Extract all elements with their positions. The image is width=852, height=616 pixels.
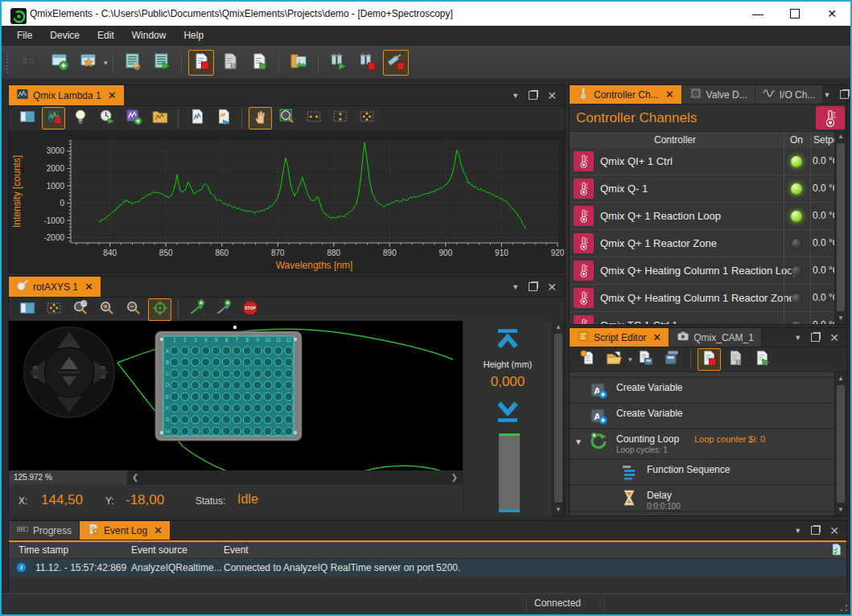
scroll-left-icon[interactable]: ❮ [132,473,138,482]
script-pause-button[interactable] [724,348,747,371]
controller-row[interactable]: Qmix Q+ Heating Column 1 Reactor Zone 0.… [570,285,835,312]
resize-grip[interactable] [840,604,848,612]
joystick-control[interactable] [23,326,115,418]
menu-device[interactable]: Device [41,26,88,46]
script-tab-script-editor[interactable]: Script Editor✕ [570,328,669,347]
connect-plug-button[interactable] [18,50,43,76]
script-start-button[interactable] [246,50,272,76]
script-item-function-sequence[interactable]: Function Sequence [570,460,835,484]
stop-sign-button[interactable]: STOP [238,298,261,321]
dosing-start-button[interactable] [325,50,351,76]
tab-close-icon[interactable]: ✕ [108,89,117,101]
panel-float-icon[interactable] [840,90,849,99]
controller-vscrollbar[interactable]: ▲ ▼ [834,130,846,324]
scroll-thumb[interactable] [554,334,562,503]
zoom-fit-button[interactable] [42,298,65,321]
tab-close-icon[interactable]: ✕ [154,524,163,536]
record-spectrum-button[interactable] [42,107,65,129]
panel-menu-icon[interactable]: ▼ [512,92,519,100]
spectrum-add-button[interactable] [121,107,145,129]
minimize-button[interactable]: — [739,2,776,26]
on-led-indicator[interactable] [791,211,802,222]
menu-edit[interactable]: Edit [88,26,123,46]
toolbar-grip[interactable] [6,52,11,73]
scroll-down-icon[interactable]: ▼ [835,314,846,322]
acquisition-timing-button[interactable] [95,107,118,129]
fit-width-button[interactable] [302,107,325,129]
height-slider[interactable] [499,433,520,512]
autoscroll-icon[interactable] [829,543,843,559]
menu-help[interactable]: Help [175,26,212,46]
panel-close-icon[interactable]: ✕ [547,281,557,294]
script-item-create-variable[interactable]: ACreate Variable [570,378,835,402]
pan-tool-button[interactable] [249,107,272,129]
dropdown-arrow-icon[interactable]: ▾ [628,355,632,363]
controller-row[interactable]: Qmix Q+ Heating Column 1 Reaction Loop 0… [570,257,835,285]
scroll-down-icon[interactable]: ▼ [835,506,846,513]
script-item-create-variable[interactable]: ACreate Variable [570,404,835,428]
controller-tab-controller-ch-[interactable]: Controller Ch...✕ [570,85,682,104]
panel-toggle-button[interactable] [15,107,39,129]
controller-row[interactable]: Qmix QI+ 1 Ctrl 0.0 °C [570,148,835,175]
menu-file[interactable]: File [8,26,41,46]
on-led-indicator[interactable] [791,293,802,304]
panel-menu-icon[interactable]: ▼ [794,527,801,535]
lift-down-icon[interactable] [493,400,522,424]
on-led-indicator[interactable] [791,156,802,167]
bottom-tab-progress[interactable]: Progress [9,521,80,540]
dosing-abort-button[interactable] [383,50,409,76]
script-item-counting-loop[interactable]: ▼Counting LoopLoop counter $i: 0Loop cyc… [570,429,835,458]
scroll-thumb[interactable] [837,385,845,503]
open-script-button[interactable] [603,348,626,371]
lift-up-icon[interactable] [493,327,522,351]
close-button[interactable]: ✕ [813,2,850,26]
panel-float-icon[interactable] [529,282,537,291]
canvas-hscrollbar[interactable]: ❮ ❯ [127,470,463,485]
view-favorites-button[interactable] [76,50,101,76]
fit-height-button[interactable] [328,107,352,129]
tab-close-icon[interactable]: ✕ [652,331,661,343]
scroll-down-icon[interactable]: ▼ [553,506,564,513]
scroll-up-icon[interactable]: ▲ [553,323,564,331]
on-led-indicator[interactable] [791,238,802,249]
process-configure-button[interactable]: ⚙ [120,50,146,76]
controller-tab-valve-d-[interactable]: ⚙Valve D... [682,85,755,104]
script-tab-qmix-cam-1[interactable]: Qmix_CAM_1 [669,328,762,347]
zoom-out-button[interactable] [121,298,145,321]
controller-row[interactable]: Qmix Q+ 1 Reaction Loop 0.0 °C [570,203,835,230]
controller-tab-i-o-ch-[interactable]: I/O Ch... [755,85,824,104]
fit-all-button[interactable] [355,107,378,129]
controller-row[interactable]: Qmix TC 1 Ctrl 1 0.0 °C [570,312,835,324]
controller-row[interactable]: Qmix Q- 1 0.0 °C [570,175,835,203]
tab-qmix-lambda[interactable]: Qmix Lambda 1 ✕ [9,85,125,105]
path-add-button[interactable] [212,298,235,321]
script-start-button[interactable] [751,348,774,371]
controller-row[interactable]: Qmix Q+ 1 Reactor Zone 0.0 °C [570,230,835,257]
export-spectrum-button[interactable] [212,107,235,129]
tab-close-icon[interactable]: ✕ [665,88,674,101]
zoom-in-button[interactable] [95,298,118,321]
media-browser-button[interactable] [286,50,311,76]
script-stop-button[interactable] [698,348,721,371]
dropdown-arrow-icon[interactable]: ▾ [104,59,108,67]
save-script-button[interactable] [634,348,657,371]
script-stop-button[interactable] [188,50,214,76]
report-document-button[interactable] [185,107,208,129]
dosing-stop-button[interactable] [354,50,380,76]
panel-float-icon[interactable] [811,333,820,342]
scroll-up-icon[interactable]: ▲ [835,375,846,382]
panel-float-icon[interactable] [529,91,537,100]
on-led-indicator[interactable] [791,265,802,277]
panel-menu-icon[interactable]: ▼ [512,283,519,291]
view-add-button[interactable] [47,50,72,76]
tab-rotaxys[interactable]: rotAXYS 1 ✕ [9,277,101,297]
panel-close-icon[interactable]: ✕ [829,524,839,537]
tab-close-icon[interactable]: ✕ [84,281,93,293]
target-move-button[interactable] [148,298,171,321]
bottom-tab-event-log[interactable]: Event Log✕ [80,521,171,540]
script-item-delay[interactable]: Delay0:0:0:100 [570,486,835,511]
spectrum-chart[interactable]: 840850860870880890900910920-2000-1000010… [9,130,564,273]
process-start-button[interactable] [149,50,175,76]
lamp-button[interactable] [68,107,92,129]
scroll-right-icon[interactable]: ❯ [451,473,458,482]
